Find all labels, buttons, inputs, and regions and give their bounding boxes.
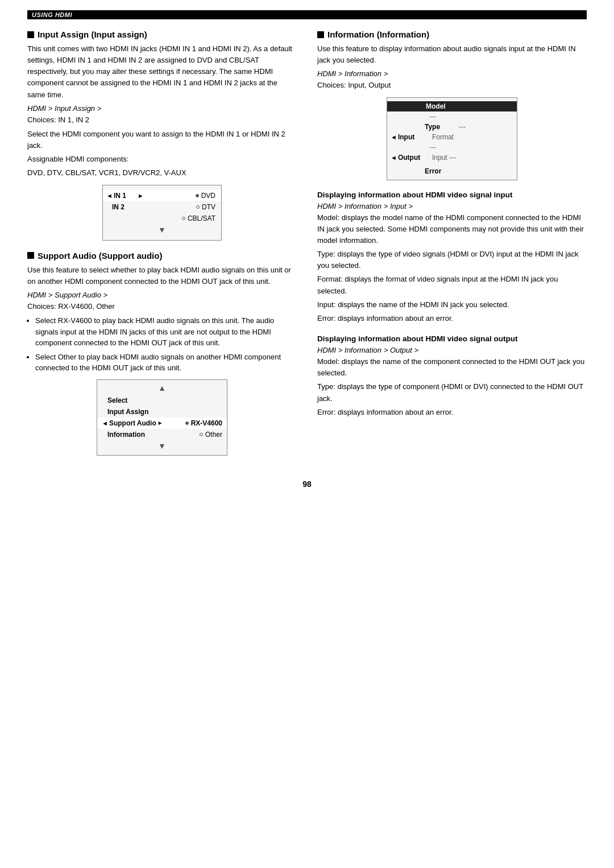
info-row-format-val: --- [387, 142, 517, 152]
arrow-down-icon: ▼ [103, 225, 221, 234]
input-val: Format [432, 133, 454, 141]
dvd-label: DVD [201, 192, 215, 200]
hdmi-input-body-4: Error: displays information about an err… [317, 313, 587, 324]
page-wrapper: USING HDMI Input Assign (Input assign) T… [0, 0, 614, 868]
input-assign-title: Input Assign (Input assign) [27, 30, 297, 39]
output-key: Output [398, 154, 428, 162]
right-arrow-menu-icon: ► [157, 420, 163, 426]
information-diagram: Model --- Type --- ◄ Input Format [387, 97, 517, 180]
hdmi-input-body-0: Model: displays the model name of the HD… [317, 212, 587, 246]
select-label: Select [107, 396, 153, 404]
information-body1: Use this feature to display information … [317, 43, 587, 66]
dtv-dot [196, 205, 200, 209]
hdmi-input-body-1: Type: displays the type of video signals… [317, 249, 587, 271]
format-val: --- [429, 143, 436, 151]
bullet-1: Select RX-V4600 to play back HDMI audio … [35, 315, 297, 349]
dtv-option: DTV [189, 203, 215, 211]
dvd-option: DVD [189, 192, 215, 200]
input-assign-choices: Choices: IN 1, IN 2 [27, 114, 297, 126]
input-assign-menu-label: Input Assign [107, 408, 153, 416]
rxv4600-label: RX-V4600 [191, 419, 222, 427]
hdmi-output-body-2: Error: displays information about an err… [317, 407, 587, 418]
information-title-text: Information (Information) [327, 30, 429, 39]
hdmi-output-title: Displaying information about HDMI video … [317, 334, 587, 343]
hdmi-input-title: Displaying information about HDMI video … [317, 191, 587, 199]
input-key: Input [398, 133, 428, 141]
info-row-type: Type --- [387, 122, 517, 132]
rxv4600-option: RX-V4600 [185, 419, 222, 427]
rxv4600-dot [185, 421, 189, 425]
information-title: Information (Information) [317, 30, 587, 39]
type-val: --- [459, 123, 466, 131]
input-assign-body1: This unit comes with two HDMI IN jacks (… [27, 43, 297, 101]
diagram-row-in1: ◄ IN 1 ► DVD [103, 190, 221, 201]
input-arrow-icon: ◄ [391, 134, 397, 140]
type-key: Type [425, 123, 454, 131]
section-information: Information (Information) Use this featu… [317, 30, 587, 180]
col-left: Input Assign (Input assign) This unit co… [27, 30, 297, 462]
info-row-model-val: --- [387, 111, 517, 122]
information-path: HDMI > Information > [317, 68, 587, 80]
hdmi-input-path: HDMI > Information > Input > [317, 201, 587, 212]
right-arrow-icon: ► [138, 192, 144, 199]
error-key: Error [425, 167, 454, 175]
support-audio-choices: Choices: RX-V4600, Other [27, 301, 297, 312]
section-hdmi-input: Displaying information about HDMI video … [317, 191, 587, 324]
left-arrow-icon: ◄ [106, 192, 113, 199]
main-content: Input Assign (Input assign) This unit co… [27, 30, 587, 462]
model-header: Model [426, 102, 446, 110]
arrow-down-icon-2: ▼ [97, 441, 227, 450]
output-val: Input --- [432, 154, 456, 162]
hdmi-output-body-0: Model: displays the name of the componen… [317, 356, 587, 379]
cblsat-label: CBL/SAT [188, 214, 215, 222]
other-dot [200, 433, 203, 436]
input-assign-path: HDMI > Input Assign > [27, 103, 297, 114]
top-bar: USING HDMI [27, 10, 587, 19]
in2-label: IN 2 [112, 203, 135, 211]
arrow-up-icon: ▼ [97, 385, 227, 394]
support-audio-title: Support Audio (Support audio) [27, 251, 297, 261]
hdmi-input-body-2: Format: displays the format of video sig… [317, 274, 587, 296]
support-audio-body1: Use this feature to select whether to pl… [27, 264, 297, 287]
support-audio-title-text: Support Audio (Support audio) [38, 251, 162, 261]
menu-row-select: Select [97, 395, 227, 406]
top-bar-label: USING HDMI [32, 11, 72, 18]
section-input-assign: Input Assign (Input assign) This unit co… [27, 30, 297, 241]
bullet-icon-2 [27, 252, 34, 259]
in1-label: IN 1 [114, 192, 136, 200]
bullet-icon [27, 31, 34, 38]
dvd-dot [196, 194, 199, 197]
other-option: Other [200, 431, 222, 439]
hdmi-output-path: HDMI > Information > Output > [317, 345, 587, 356]
menu-row-support-audio: ◄ Support Audio ► RX-V4600 [97, 418, 227, 429]
input-assign-title-text: Input Assign (Input assign) [38, 30, 147, 39]
support-audio-menu-label: Support Audio [109, 419, 156, 427]
bullet-2: Select Other to play back HDMI audio sig… [35, 352, 297, 374]
hdmi-output-body-1: Type: displays the type of component (HD… [317, 381, 587, 404]
bullet-icon-3 [317, 31, 324, 38]
information-menu-label: Information [107, 431, 153, 439]
other-label: Other [205, 431, 222, 439]
model-val: --- [429, 113, 436, 121]
menu-row-information: Information Other [97, 429, 227, 440]
output-arrow-icon: ◄ [391, 154, 397, 161]
input-assign-components: DVD, DTV, CBL/SAT, VCR1, DVR/VCR2, V-AUX [27, 167, 297, 179]
info-row-error: Error [387, 166, 517, 176]
diagram-row-in2: IN 2 DTV [103, 201, 221, 213]
input-assign-diagram: ◄ IN 1 ► DVD IN 2 [102, 185, 222, 241]
support-audio-path: HDMI > Support Audio > [27, 290, 297, 301]
cblsat-option: CBL/SAT [175, 214, 215, 222]
hdmi-input-body-3: Input: displays the name of the HDMI IN … [317, 299, 587, 311]
information-choices: Choices: Input, Output [317, 80, 587, 91]
section-hdmi-output: Displaying information about HDMI video … [317, 334, 587, 418]
col-right: Information (Information) Use this featu… [317, 30, 587, 462]
info-row-output: ◄ Output Input --- [387, 152, 517, 163]
info-row-input: ◄ Input Format [387, 132, 517, 142]
support-audio-bullets: Select RX-V4600 to play back HDMI audio … [35, 315, 297, 374]
page-number: 98 [27, 480, 587, 493]
left-arrow-menu-icon: ◄ [102, 420, 108, 427]
input-assign-assignable: Assignable HDMI components: [27, 154, 297, 165]
info-header-row: Model [387, 101, 517, 111]
menu-row-input-assign: Input Assign [97, 406, 227, 418]
section-support-audio: Support Audio (Support audio) Use this f… [27, 251, 297, 456]
